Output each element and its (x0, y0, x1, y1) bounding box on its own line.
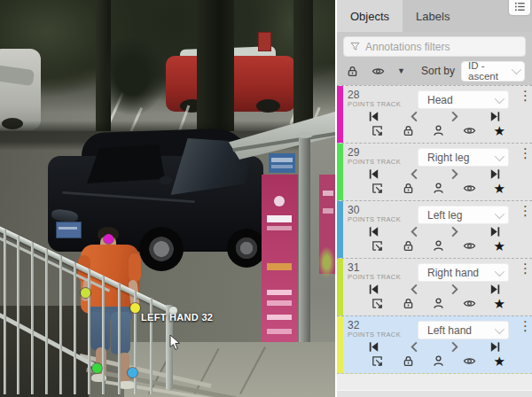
object-item-28[interactable]: 28 POINTS TRACK Head ⋮ (337, 85, 532, 143)
first-keyframe-button[interactable] (367, 225, 380, 238)
occluded-button[interactable] (432, 354, 445, 368)
lock-button[interactable] (402, 239, 415, 253)
object-type: POINTS TRACK (348, 331, 401, 339)
object-item-31[interactable]: 31 POINTS TRACK Right hand ⋮ (337, 258, 532, 315)
occluded-button[interactable] (432, 297, 445, 310)
sort-by-label: Sort by (421, 65, 455, 77)
sidebar-footer-strip (337, 390, 532, 397)
camera-frame[interactable]: LEFT HAND 32 (0, 0, 335, 397)
sort-row: ▼ Sort by ID - ascent (346, 60, 525, 82)
annotation-overlay: LEFT HAND 32 (0, 0, 335, 397)
objects-list: 28 POINTS TRACK Head ⋮ (337, 85, 532, 374)
cvat-annotation-window: LEFT HAND 32 Objects Labels ▼ Sort by ID… (0, 0, 532, 397)
annotations-filter-input[interactable] (343, 36, 526, 57)
keyframe-star-button[interactable]: ★ (494, 297, 505, 310)
next-keyframe-button[interactable] (448, 110, 461, 123)
object-item-29[interactable]: 29 POINTS TRACK Right leg ⋮ (337, 143, 532, 200)
outside-button[interactable] (371, 297, 384, 310)
hide-button[interactable] (463, 239, 476, 253)
object-switchers: ★ (371, 354, 505, 368)
object-actions-menu-icon[interactable]: ⋮ (519, 265, 529, 272)
first-keyframe-button[interactable] (367, 340, 380, 354)
object-item-30[interactable]: 30 POINTS TRACK Left leg ⋮ (337, 200, 532, 258)
outside-button[interactable] (371, 354, 384, 368)
prev-keyframe-button[interactable] (408, 340, 421, 354)
label-select-value: Head (427, 94, 453, 106)
first-keyframe-button[interactable] (367, 167, 380, 181)
lock-button[interactable] (402, 182, 415, 195)
keyframe-star-button[interactable]: ★ (494, 354, 505, 368)
lock-all-icon[interactable] (346, 65, 359, 78)
keyframe-nav (367, 110, 502, 123)
next-keyframe-button[interactable] (448, 340, 461, 354)
object-type: POINTS TRACK (348, 101, 401, 108)
object-actions-menu-icon[interactable]: ⋮ (519, 207, 529, 214)
keypoint-left-hand[interactable] (130, 303, 140, 313)
last-keyframe-button[interactable] (489, 283, 502, 296)
object-id: 31 (348, 262, 359, 273)
outside-button[interactable] (371, 124, 384, 137)
lock-button[interactable] (402, 297, 415, 310)
first-keyframe-button[interactable] (367, 110, 380, 123)
first-keyframe-button[interactable] (367, 283, 380, 296)
keypoint-head[interactable] (104, 234, 113, 244)
keypoint-left-leg[interactable] (128, 368, 137, 378)
object-actions-menu-icon[interactable]: ⋮ (519, 92, 529, 99)
hide-button[interactable] (463, 124, 476, 137)
last-keyframe-button[interactable] (489, 167, 502, 181)
object-item-32[interactable]: 32 POINTS TRACK Left hand ⋮ (337, 315, 532, 374)
keyframe-star-button[interactable]: ★ (494, 124, 505, 137)
lock-button[interactable] (402, 124, 415, 137)
object-id: 29 (348, 147, 359, 158)
hide-button[interactable] (463, 354, 476, 368)
keyframe-star-button[interactable]: ★ (494, 182, 505, 195)
prev-keyframe-button[interactable] (408, 110, 421, 123)
label-select[interactable]: Head (418, 90, 509, 109)
object-color-bar (337, 316, 343, 373)
hide-all-eye-icon[interactable] (372, 65, 385, 78)
label-select[interactable]: Right leg (418, 148, 509, 167)
lock-button[interactable] (402, 354, 415, 368)
hide-button[interactable] (463, 182, 476, 195)
occluded-button[interactable] (432, 239, 445, 253)
object-type: POINTS TRACK (348, 274, 401, 281)
appearance-menu-button[interactable] (509, 0, 530, 15)
occluded-button[interactable] (432, 182, 445, 195)
sort-order-select[interactable]: ID - ascent (461, 61, 525, 82)
last-keyframe-button[interactable] (489, 340, 502, 354)
keypoint-right-leg[interactable] (92, 363, 102, 373)
chevron-down-icon (495, 208, 505, 218)
next-keyframe-button[interactable] (448, 283, 461, 296)
next-keyframe-button[interactable] (448, 225, 461, 238)
prev-keyframe-button[interactable] (408, 225, 421, 238)
object-actions-menu-icon[interactable]: ⋮ (519, 150, 529, 157)
outside-button[interactable] (371, 239, 384, 253)
hide-button[interactable] (463, 297, 476, 310)
label-select[interactable]: Right hand (418, 263, 509, 282)
outside-button[interactable] (371, 182, 384, 195)
prev-keyframe-button[interactable] (408, 167, 421, 181)
keyframe-nav (367, 225, 502, 238)
keypoint-right-hand[interactable] (81, 288, 90, 298)
keyframe-nav (367, 340, 502, 354)
object-actions-menu-icon[interactable]: ⋮ (519, 323, 529, 330)
object-color-bar (337, 86, 343, 143)
occluded-button[interactable] (432, 124, 445, 137)
tab-objects[interactable]: Objects (337, 0, 403, 32)
last-keyframe-button[interactable] (489, 110, 502, 123)
object-type: POINTS TRACK (348, 159, 401, 166)
object-switchers: ★ (371, 182, 505, 195)
tab-labels[interactable]: Labels (403, 0, 463, 32)
chevron-down-icon (495, 151, 505, 160)
last-keyframe-button[interactable] (489, 225, 502, 238)
keyframe-star-button[interactable]: ★ (494, 239, 505, 253)
label-select[interactable]: Left leg (418, 206, 509, 224)
prev-keyframe-button[interactable] (408, 283, 421, 296)
keyframe-nav (367, 167, 502, 181)
next-keyframe-button[interactable] (448, 167, 461, 181)
object-color-bar (337, 201, 343, 258)
object-switchers: ★ (371, 297, 505, 310)
expand-all-caret-icon[interactable]: ▼ (397, 67, 405, 75)
label-select-value: Right hand (427, 267, 479, 279)
label-select[interactable]: Left hand (418, 321, 509, 339)
